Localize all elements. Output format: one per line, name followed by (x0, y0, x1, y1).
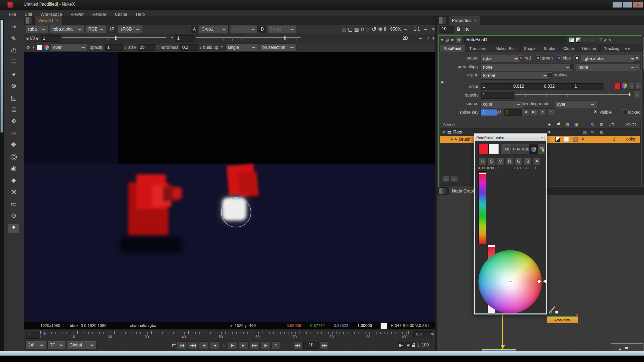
dialog-title-bar[interactable]: RotoPaint1.color × (475, 134, 546, 141)
rotopaint-node[interactable]: RotoPaint1 (547, 316, 578, 323)
tabs-scroll-right-icon[interactable]: ▸ (627, 46, 631, 52)
ip-button[interactable]: IP (108, 26, 116, 33)
color-g-input[interactable]: 0.012 (511, 83, 542, 90)
viewer-tab[interactable]: Viewer1 × (35, 16, 62, 25)
pane-menu-icon[interactable] (439, 17, 446, 24)
opacity-slider-handle[interactable] (629, 93, 630, 96)
g-channel-button[interactable]: G (515, 158, 522, 165)
premultiply-dropdown[interactable]: none (481, 63, 572, 71)
brush-overlay-swatch[interactable] (573, 137, 577, 142)
visible-col-icon[interactable]: ◆ (548, 122, 551, 126)
opacity-curve-button[interactable]: ∿ (634, 91, 640, 98)
input-b-dropdown[interactable]: Crop1 (267, 25, 297, 33)
gamma-input[interactable]: 1 (175, 35, 194, 42)
tab-transform[interactable]: Transform (466, 44, 491, 52)
root-overlay-swatch[interactable] (583, 130, 587, 134)
composite-icon[interactable]: ⧉ (361, 26, 364, 32)
collapse-chevron2-icon[interactable]: ≫ (431, 36, 435, 41)
help-button[interactable]: ? (599, 38, 602, 42)
downstream-icon[interactable]: ⇓ (416, 342, 420, 348)
root-visible-icon[interactable]: ◆ (548, 130, 551, 134)
paint-blend-dropdown[interactable]: over (51, 43, 88, 51)
tab-clone[interactable]: Clone (559, 44, 577, 52)
premultiply-eq-button[interactable]: = (634, 63, 641, 70)
root-copies-icon[interactable]: ⧉ (591, 130, 594, 134)
particles-icon[interactable]: ❋ (8, 141, 19, 151)
channels-dropdown[interactable]: rgba (26, 25, 48, 33)
source-column-header[interactable]: Source (625, 122, 636, 126)
pane-menu-icon[interactable] (439, 187, 446, 194)
tabs-scroll-left-icon[interactable]: ◂ (624, 46, 627, 52)
color-swatch[interactable] (615, 83, 621, 89)
zoom-dropdown[interactable]: 950% (388, 25, 410, 33)
paint-color-swatch[interactable] (37, 45, 42, 50)
color-a-input[interactable]: 1 (572, 83, 603, 90)
deep-icon[interactable]: Ⓓ (8, 153, 19, 162)
color-icon[interactable]: ◕ (8, 70, 19, 80)
stroke-mode-dropdown[interactable]: single (225, 43, 258, 51)
merge-node[interactable]: Merge1 (over) (482, 349, 516, 351)
color-r-input[interactable]: 1 (481, 83, 512, 90)
node-name-field[interactable]: RotoPaint1 (464, 36, 567, 43)
lock-range-icon[interactable] (412, 343, 415, 347)
lut-dropdown[interactable]: sRGB (118, 25, 142, 33)
background-icon[interactable]: ▢ (348, 26, 353, 32)
color-wheel-button[interactable] (622, 83, 627, 88)
play-backward-button[interactable]: ◀ (199, 341, 209, 349)
add-shape-button[interactable]: + (442, 176, 450, 183)
alpha-channel-dropdown[interactable]: rgba.alpha (581, 55, 637, 63)
pin-lock-icon[interactable] (457, 27, 460, 31)
tab-shape[interactable]: Shape (520, 44, 539, 52)
controls-icon[interactable]: ≣ (451, 38, 454, 42)
draw-icon[interactable]: ✎ (8, 35, 19, 45)
r-channel-button[interactable]: R (506, 158, 513, 165)
timeline-chevron-icon[interactable]: ≫ (430, 332, 434, 337)
color-curve-button[interactable]: ∿ (635, 83, 641, 90)
loop-button[interactable]: ↻ (272, 341, 280, 349)
viewer-canvas[interactable] (24, 52, 435, 322)
blend-mode-dropdown[interactable]: over (555, 100, 597, 108)
h-channel-button[interactable]: H (478, 158, 486, 165)
tab-stroke[interactable]: Stroke (540, 44, 559, 52)
gain-region-icon[interactable]: ▦ (341, 26, 346, 32)
premultiply2-dropdown[interactable]: none (576, 63, 637, 71)
view-mode-dropdown[interactable]: 2D (400, 35, 425, 42)
float-button[interactable]: ⇗ (603, 38, 607, 43)
selection-mode-dropdown[interactable]: on selection (260, 43, 297, 51)
green-checkbox[interactable]: ✖ (536, 56, 541, 60)
goto-start-button[interactable]: |◀ (177, 341, 187, 349)
channel-icon[interactable]: ☰ (8, 58, 19, 68)
gamma-slider[interactable] (196, 36, 301, 41)
nodegraph-minimap[interactable] (611, 343, 643, 351)
opacity-slider[interactable] (515, 92, 631, 98)
disclosure-arrow-icon[interactable]: ▶ (441, 80, 444, 84)
input-a-dropdown[interactable]: Crop1 (199, 25, 229, 33)
tab-rotopaint[interactable]: RotoPaint (440, 44, 465, 52)
collapse-chevron-icon[interactable]: ≫ (431, 27, 435, 32)
center-icon[interactable]: ◎ (445, 38, 449, 42)
threed-icon[interactable]: ⧈ (8, 129, 19, 139)
output-eq-button[interactable]: = (634, 55, 641, 62)
locked-checkbox[interactable] (622, 109, 627, 114)
channel-mask-toggle[interactable] (569, 37, 574, 43)
stack-count-input[interactable]: 10 (440, 26, 454, 33)
gain-slider-handle[interactable] (115, 36, 116, 40)
properties-scrollbar[interactable] (642, 35, 644, 186)
other-icon[interactable]: ▭ (8, 200, 19, 210)
eyedropper-icon[interactable]: ◗ (32, 45, 35, 50)
blue-checkbox[interactable]: ✖ (557, 56, 562, 60)
layer-dropdown[interactable]: rgba.alpha (50, 25, 84, 33)
remove-key-button[interactable]: − (547, 108, 555, 115)
paint-settings-gear-icon[interactable]: ⚙ (26, 45, 30, 51)
properties-tab[interactable]: Properties × (449, 16, 480, 25)
expose-nodes-icon[interactable]: ≣K (462, 27, 469, 32)
copies-col-icon[interactable]: ⧉ (591, 122, 594, 127)
maximize-button[interactable]: ▢ (623, 2, 632, 8)
record-icon[interactable]: ◙ (405, 342, 411, 348)
prev-key-button[interactable]: |◀ (521, 108, 529, 115)
collapse-icon[interactable]: ▼ (440, 38, 444, 42)
splinekey-input[interactable]: 1 (481, 109, 498, 116)
nukex-icon[interactable]: ✦ (8, 224, 19, 233)
remove-shape-button[interactable]: − (450, 176, 458, 183)
pane-menu-icon[interactable] (25, 17, 32, 24)
